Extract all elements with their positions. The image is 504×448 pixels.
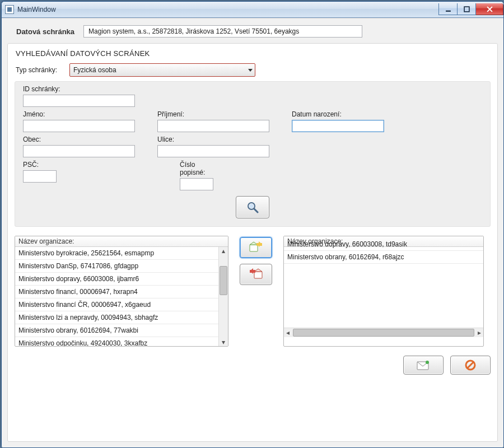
search-panel: VYHLEDÁVANÍ DATOVÝCH SCRÁNEK Typ schránk… xyxy=(7,43,498,442)
svg-rect-0 xyxy=(446,10,451,11)
selection-hscrollbar[interactable]: ◂ ▸ xyxy=(284,328,483,337)
scroll-left-icon[interactable]: ◂ xyxy=(284,329,292,337)
hscroll-thumb[interactable] xyxy=(293,329,474,337)
cislo-label: Číslo popisné: xyxy=(180,161,213,176)
type-label: Typ schránky: xyxy=(16,66,66,74)
envelope-icon xyxy=(417,360,430,370)
transfer-buttons xyxy=(240,236,272,285)
close-button[interactable] xyxy=(476,3,503,15)
minimize-button[interactable] xyxy=(438,3,458,15)
results-rows: Ministerstvo byrokracie, 25621564, esmap… xyxy=(15,247,219,346)
add-to-selection-button[interactable] xyxy=(240,237,272,258)
id-input[interactable] xyxy=(23,95,135,107)
list-item[interactable]: Ministerstvo financí, 00006947, hxrapn4 xyxy=(15,286,219,298)
type-selected: Fyzická osoba xyxy=(73,66,116,74)
search-button[interactable] xyxy=(236,196,269,218)
lists-area: Název organizace: Ministerstvo byrokraci… xyxy=(15,236,491,347)
svg-line-4 xyxy=(254,209,258,212)
type-combobox[interactable]: Fyzická osoba xyxy=(69,63,255,77)
chevron-down-icon xyxy=(248,69,253,72)
send-button[interactable] xyxy=(403,356,444,375)
scroll-up-icon[interactable]: ▴ xyxy=(220,247,227,255)
prohibited-icon xyxy=(465,360,476,371)
jmeno-input[interactable] xyxy=(23,120,135,132)
svg-point-3 xyxy=(249,204,254,208)
scroll-down-icon[interactable]: ▾ xyxy=(220,338,227,346)
svg-point-8 xyxy=(426,361,429,364)
maximize-button[interactable] xyxy=(458,3,476,15)
list-item[interactable]: Ministerstvo obrany, 60162694, r68ajzc xyxy=(284,251,483,264)
id-label: ID schránky: xyxy=(23,85,135,93)
ulice-label: Ulice: xyxy=(157,136,269,143)
header-value: Magion system, a.s., 25872818, Jiráskova… xyxy=(83,25,362,38)
remove-from-selection-button[interactable] xyxy=(240,264,272,285)
selection-listbox[interactable]: Název organizace: Ministerstvo dopravy, … xyxy=(283,236,484,347)
results-header: Název organizace: xyxy=(15,236,228,247)
jmeno-label: Jméno: xyxy=(23,110,135,118)
window-buttons xyxy=(438,4,503,15)
datum-label: Datum narození: xyxy=(292,110,384,118)
arrow-right-add-icon xyxy=(249,241,263,254)
filter-form: ID schránky: Jméno: Příjmení: Datum naro… xyxy=(15,81,491,227)
list-item[interactable]: Ministerstvo byrokracie, 25621564, esmap… xyxy=(15,247,219,260)
ulice-input[interactable] xyxy=(157,145,269,157)
search-icon xyxy=(246,201,259,213)
cislo-input[interactable] xyxy=(180,178,213,190)
results-scrollbar[interactable]: ▴ ▾ xyxy=(218,247,228,346)
obec-label: Obec: xyxy=(23,136,135,143)
app-window: MainWindow Datová schránka Magion system… xyxy=(1,1,504,448)
action-buttons xyxy=(13,356,491,375)
svg-rect-5 xyxy=(250,245,258,251)
list-item[interactable]: Ministerstvo lzi a nepravdy, 00094943, s… xyxy=(15,311,219,324)
svg-rect-1 xyxy=(464,7,469,12)
svg-rect-6 xyxy=(254,272,262,278)
scroll-thumb[interactable] xyxy=(220,266,227,295)
prijmeni-label: Příjmení: xyxy=(157,110,269,118)
list-item[interactable]: Ministerstvo DanSp, 67417086, gfdagpp xyxy=(15,260,219,273)
psc-input[interactable] xyxy=(23,170,57,183)
type-row: Typ schránky: Fyzická osoba xyxy=(16,63,492,77)
list-item[interactable]: Ministerstvo obrany, 60162694, 77wakbi xyxy=(15,324,219,337)
header-label: Datová schránka xyxy=(16,27,74,36)
results-listbox[interactable]: Název organizace: Ministerstvo byrokraci… xyxy=(15,236,228,347)
obec-input[interactable] xyxy=(23,145,135,157)
titlebar[interactable]: MainWindow xyxy=(2,2,503,18)
list-item[interactable]: Ministerstvo dopravy, 66003008, td9asik xyxy=(284,238,483,251)
arrow-left-remove-icon xyxy=(249,268,263,281)
header-line: Datová schránka Magion system, a.s., 258… xyxy=(7,23,498,43)
prijmeni-input[interactable] xyxy=(157,120,269,132)
svg-line-10 xyxy=(467,362,474,368)
window-title: MainWindow xyxy=(17,6,56,13)
scroll-right-icon[interactable]: ▸ xyxy=(475,329,483,337)
list-item[interactable]: Ministerstvo dopravy, 66003008, ijbamr6 xyxy=(15,273,219,286)
app-icon xyxy=(5,5,14,14)
selection-rows: Ministerstvo dopravy, 66003008, td9asikM… xyxy=(284,238,483,328)
section-title: VYHLEDÁVANÍ DATOVÝCH SCRÁNEK xyxy=(16,49,492,58)
datum-input[interactable] xyxy=(292,120,384,132)
list-item[interactable]: Ministerstvo odpočinku, 49240030, 3kxafb… xyxy=(15,337,219,346)
psc-label: PSČ: xyxy=(23,161,57,169)
cancel-button[interactable] xyxy=(450,356,491,375)
content-area: Datová schránka Magion system, a.s., 258… xyxy=(2,18,503,447)
list-item[interactable]: Ministerstvo financí ČR, 00006947, x6gae… xyxy=(15,298,219,311)
